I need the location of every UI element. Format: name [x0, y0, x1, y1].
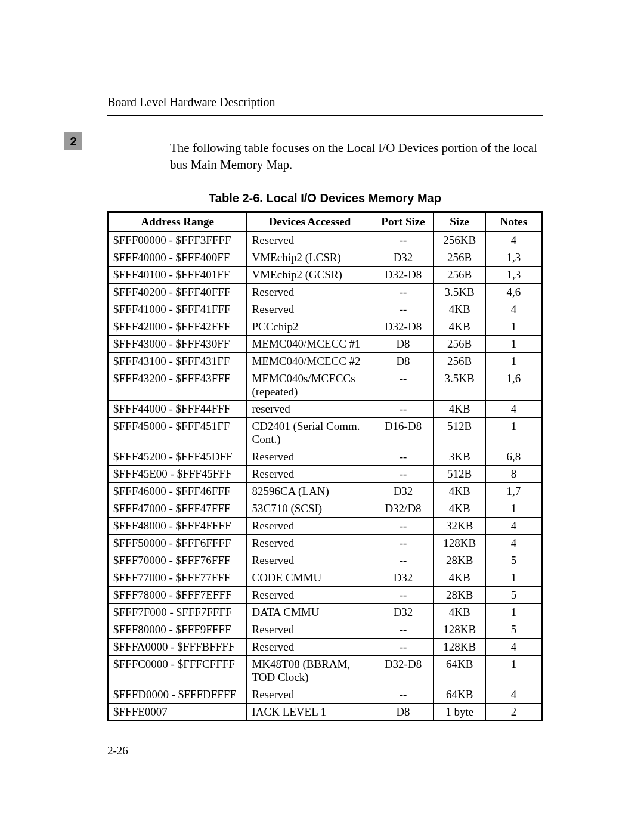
cell-address: $FFFD0000 - $FFFDFFFF: [108, 686, 247, 703]
cell-address: $FFF45200 - $FFF45DFF: [108, 448, 247, 465]
cell-address: $FFF70000 - $FFF76FFF: [108, 552, 247, 569]
footer-rule: [107, 738, 543, 738]
cell-device: reserved: [247, 400, 373, 417]
cell-address: $FFFA0000 - $FFFBFFFF: [108, 638, 247, 655]
cell-address: $FFF78000 - $FFF7EFFF: [108, 586, 247, 603]
cell-size: 4KB: [434, 500, 485, 517]
cell-device: 53C710 (SCSI): [247, 500, 373, 517]
cell-port: --: [373, 686, 434, 703]
col-header-size: Size: [434, 212, 485, 231]
col-header-address: Address Range: [108, 212, 247, 231]
cell-port: D32-D8: [373, 266, 434, 283]
cell-size: 4KB: [434, 482, 485, 500]
cell-port: D32: [373, 482, 434, 500]
cell-size: 256B: [434, 266, 485, 283]
table-row: $FFF42000 - $FFF42FFFPCCchip2D32-D84KB1: [108, 318, 542, 335]
table-row: $FFF40200 - $FFF40FFFReserved--3.5KB4,6: [108, 283, 542, 301]
cell-notes: 4: [485, 517, 542, 534]
cell-size: 128KB: [434, 638, 485, 655]
cell-port: --: [373, 231, 434, 249]
table-row: $FFF78000 - $FFF7EFFFReserved--28KB5: [108, 586, 542, 603]
cell-address: $FFF44000 - $FFF44FFF: [108, 400, 247, 417]
cell-size: 32KB: [434, 517, 485, 534]
cell-device: Reserved: [247, 517, 373, 534]
table-row: $FFF43200 - $FFF43FFFMEMC040s/MCECCs (re…: [108, 370, 542, 400]
cell-address: $FFF45000 - $FFF451FF: [108, 417, 247, 448]
cell-size: 3.5KB: [434, 283, 485, 301]
cell-port: --: [373, 400, 434, 417]
cell-port: --: [373, 465, 434, 482]
cell-port: D8: [373, 352, 434, 370]
intro-paragraph: The following table focuses on the Local…: [170, 140, 543, 174]
cell-device: IACK LEVEL 1: [247, 703, 373, 720]
cell-notes: 1: [485, 417, 542, 448]
cell-size: 1 byte: [434, 703, 485, 720]
cell-address: $FFFC0000 - $FFFCFFFF: [108, 655, 247, 686]
cell-notes: 1,3: [485, 266, 542, 283]
cell-address: $FFF40000 - $FFF400FF: [108, 249, 247, 266]
col-header-device: Devices Accessed: [247, 212, 373, 231]
table-caption: Table 2-6. Local I/O Devices Memory Map: [107, 191, 543, 205]
cell-port: --: [373, 448, 434, 465]
table-row: $FFF80000 - $FFF9FFFFReserved--128KB5: [108, 621, 542, 638]
cell-address: $FFF7F000 - $FFF7FFFF: [108, 603, 247, 621]
header-rule: [107, 115, 543, 116]
cell-address: $FFF80000 - $FFF9FFFF: [108, 621, 247, 638]
cell-address: $FFF50000 - $FFF6FFFF: [108, 534, 247, 552]
cell-notes: 1: [485, 655, 542, 686]
cell-device: DATA CMMU: [247, 603, 373, 621]
cell-device: Reserved: [247, 465, 373, 482]
cell-size: 256B: [434, 249, 485, 266]
cell-size: 4KB: [434, 318, 485, 335]
table-row: $FFF43100 - $FFF431FFMEMC040/MCECC #2D82…: [108, 352, 542, 370]
cell-notes: 4: [485, 231, 542, 249]
cell-notes: 4: [485, 686, 542, 703]
table-row: $FFF45000 - $FFF451FFCD2401 (Serial Comm…: [108, 417, 542, 448]
cell-notes: 2: [485, 703, 542, 720]
cell-device: CODE CMMU: [247, 569, 373, 586]
cell-port: D32: [373, 569, 434, 586]
cell-port: D32-D8: [373, 655, 434, 686]
cell-port: --: [373, 638, 434, 655]
cell-device: Reserved: [247, 552, 373, 569]
cell-size: 4KB: [434, 569, 485, 586]
cell-port: D32: [373, 249, 434, 266]
cell-device: MEMC040/MCECC #2: [247, 352, 373, 370]
table-row: $FFF41000 - $FFF41FFFReserved--4KB4: [108, 301, 542, 318]
cell-notes: 8: [485, 465, 542, 482]
cell-notes: 1: [485, 603, 542, 621]
table-body: $FFF00000 - $FFF3FFFFReserved--256KB4$FF…: [108, 231, 542, 721]
cell-notes: 6,8: [485, 448, 542, 465]
cell-notes: 4: [485, 301, 542, 318]
cell-device: Reserved: [247, 686, 373, 703]
cell-size: 28KB: [434, 586, 485, 603]
cell-address: $FFF43000 - $FFF430FF: [108, 335, 247, 352]
table-row: $FFF45E00 - $FFF45FFFReserved--512B8: [108, 465, 542, 482]
cell-port: D8: [373, 335, 434, 352]
table-row: $FFF43000 - $FFF430FFMEMC040/MCECC #1D82…: [108, 335, 542, 352]
cell-notes: 4: [485, 638, 542, 655]
cell-device: Reserved: [247, 621, 373, 638]
cell-port: --: [373, 517, 434, 534]
cell-device: Reserved: [247, 448, 373, 465]
cell-size: 64KB: [434, 686, 485, 703]
cell-size: 3.5KB: [434, 370, 485, 400]
cell-port: --: [373, 621, 434, 638]
cell-port: --: [373, 552, 434, 569]
cell-size: 128KB: [434, 621, 485, 638]
table-row: $FFF48000 - $FFF4FFFFReserved--32KB4: [108, 517, 542, 534]
cell-notes: 4: [485, 400, 542, 417]
cell-notes: 1,3: [485, 249, 542, 266]
cell-port: --: [373, 283, 434, 301]
table-row: $FFF46000 - $FFF46FFF82596CA (LAN)D324KB…: [108, 482, 542, 500]
cell-port: --: [373, 586, 434, 603]
cell-notes: 1: [485, 318, 542, 335]
cell-device: PCCchip2: [247, 318, 373, 335]
cell-port: D32-D8: [373, 318, 434, 335]
cell-notes: 5: [485, 552, 542, 569]
page: Board Level Hardware Description 2 The f…: [0, 0, 644, 833]
page-number: 2-26: [107, 744, 543, 757]
cell-device: MEMC040s/MCECCs (repeated): [247, 370, 373, 400]
cell-address: $FFF77000 - $FFF77FFF: [108, 569, 247, 586]
cell-notes: 4,6: [485, 283, 542, 301]
